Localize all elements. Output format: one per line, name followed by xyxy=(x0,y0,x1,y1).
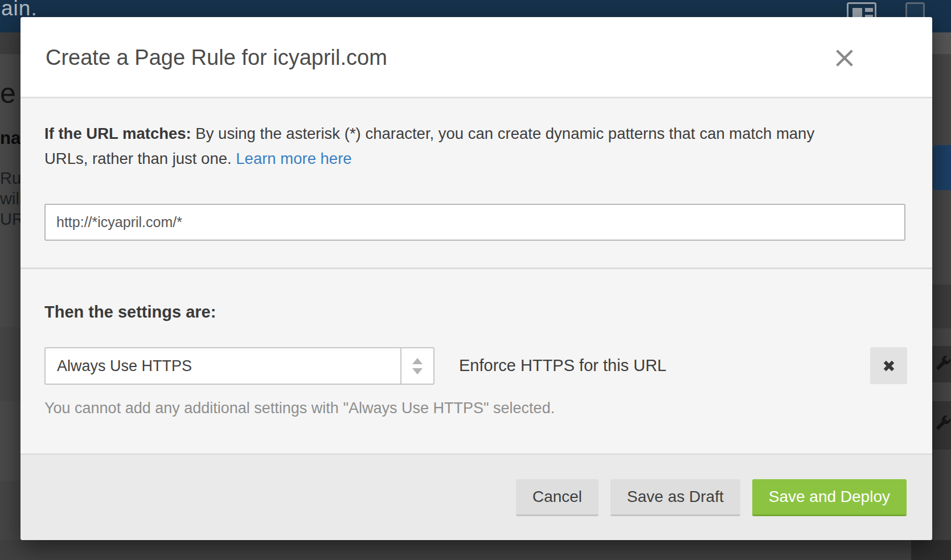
background-blue-button-fragment xyxy=(933,145,951,190)
setting-select[interactable]: Always Use HTTPS xyxy=(44,347,434,385)
modal-title: Create a Page Rule for icyapril.com xyxy=(46,46,387,70)
save-as-draft-button[interactable]: Save as Draft xyxy=(610,479,740,516)
save-and-deploy-button[interactable]: Save and Deploy xyxy=(752,479,907,516)
modal-header: Create a Page Rule for icyapril.com xyxy=(21,17,932,98)
background-left-strip: e nav Ru will UR xyxy=(0,32,23,560)
url-pattern-input[interactable] xyxy=(44,204,905,241)
chevron-down-icon xyxy=(412,368,423,374)
url-match-label: If the URL matches: xyxy=(44,125,191,142)
background-text-fragment: Ru xyxy=(0,169,21,188)
wrench-icon xyxy=(933,354,951,374)
select-spinner-icon[interactable] xyxy=(400,348,433,384)
chevron-up-icon xyxy=(412,358,423,364)
learn-more-link[interactable]: Learn more here xyxy=(236,150,351,167)
background-heading-fragment: e xyxy=(0,77,16,110)
remove-setting-button[interactable] xyxy=(870,347,907,384)
background-text-fragment: will xyxy=(0,190,23,208)
background-bottom-strip xyxy=(0,540,951,560)
wrench-icon xyxy=(933,414,951,434)
create-page-rule-modal: Create a Page Rule for icyapril.com If t… xyxy=(21,17,932,540)
section-divider xyxy=(21,267,932,269)
modal-footer: Cancel Save as Draft Save and Deploy xyxy=(21,454,932,540)
setting-description: Enforce HTTPS for this URL xyxy=(459,356,666,375)
setting-helper-text: You cannot add any additional settings w… xyxy=(44,400,555,417)
settings-heading: Then the settings are: xyxy=(44,303,216,322)
bold-x-icon xyxy=(880,357,897,374)
url-match-description: If the URL matches: By using the asteris… xyxy=(44,121,842,171)
close-icon[interactable] xyxy=(830,43,859,73)
setting-select-value: Always Use HTTPS xyxy=(57,348,192,384)
cancel-button[interactable]: Cancel xyxy=(516,479,599,516)
